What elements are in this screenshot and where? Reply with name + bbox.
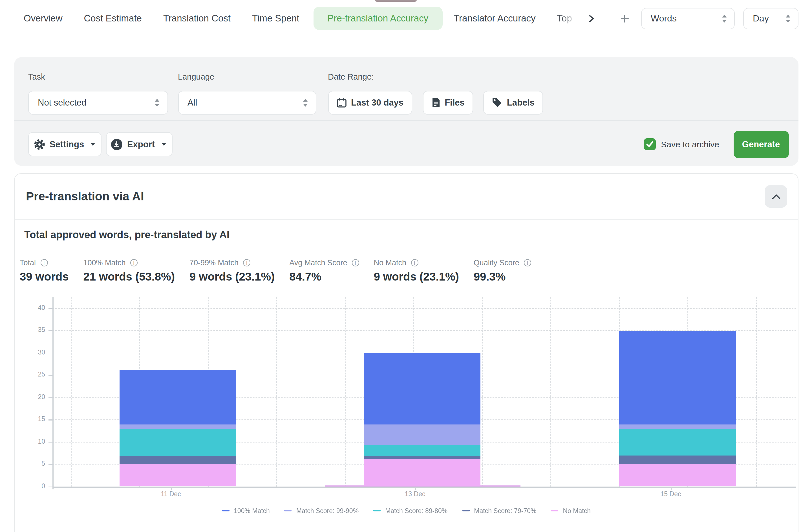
- v-gridline: [345, 297, 345, 486]
- task-select[interactable]: Not selected: [28, 90, 168, 115]
- language-label: Language: [178, 71, 316, 82]
- x-axis-tick: [415, 487, 416, 490]
- tab-overview[interactable]: Overview: [24, 13, 62, 24]
- y-axis-label: 15: [23, 416, 45, 422]
- filter-panel: Task Not selected Language All Date Rang…: [14, 57, 798, 166]
- date-range-button[interactable]: Last 30 days: [328, 90, 412, 115]
- filter-row-actions: Settings Export Save to archive Generate: [14, 121, 798, 166]
- y-axis-label: 5: [23, 460, 45, 467]
- analytics-dashboard: OverviewCost EstimateTranslation CostTim…: [0, 0, 812, 532]
- legend-item[interactable]: Match Score: 79-70%: [462, 507, 536, 514]
- y-axis-tick: [48, 419, 53, 420]
- sort-arrows-icon: [154, 98, 160, 107]
- tab-top[interactable]: Top: [557, 13, 577, 24]
- tab-time-spent[interactable]: Time Spent: [252, 13, 300, 24]
- x-axis-tick: [671, 487, 671, 490]
- stat-label: Totali: [20, 258, 69, 267]
- tab-label: Pre-translation Accuracy: [328, 13, 429, 24]
- stat-value: 84.7%: [289, 270, 359, 283]
- tab-cost-estimate[interactable]: Cost Estimate: [84, 13, 142, 24]
- files-button[interactable]: Files: [423, 90, 473, 115]
- stat-no-match: No Matchi9 words (23.1%): [374, 258, 459, 283]
- calendar-icon: [336, 98, 347, 108]
- panel-divider: [15, 219, 798, 220]
- info-icon[interactable]: i: [243, 259, 250, 266]
- stat-value: 99.3%: [474, 270, 531, 283]
- language-field: Language All: [178, 71, 316, 115]
- info-icon[interactable]: i: [352, 259, 359, 266]
- bar-segment: [363, 425, 480, 445]
- save-to-archive-checkbox[interactable]: [644, 138, 656, 150]
- stat-total: Totali39 words: [20, 258, 69, 283]
- info-icon[interactable]: i: [524, 259, 531, 266]
- add-tab-button[interactable]: [620, 14, 629, 23]
- legend-swatch: [462, 510, 469, 512]
- tabs-overflow-chevron-icon[interactable]: [588, 14, 595, 22]
- tab-label: Translation Cost: [163, 13, 231, 23]
- x-axis-label: 13 Dec: [390, 490, 440, 497]
- bar-segment: [363, 353, 480, 425]
- bar-15-dec[interactable]: [619, 331, 736, 486]
- y-axis-label: 20: [23, 393, 45, 400]
- task-field: Task Not selected: [28, 71, 168, 115]
- tab-label: Top: [557, 13, 572, 23]
- bar-segment: [619, 331, 736, 425]
- labels-label: Labels: [507, 98, 535, 108]
- v-gridline: [550, 297, 551, 486]
- task-select-value: Not selected: [38, 98, 86, 108]
- stat-value: 9 words (23.1%): [189, 270, 275, 283]
- bar-segment: [619, 425, 736, 429]
- bar-segment: [619, 464, 736, 486]
- stat-label: Quality Scorei: [474, 258, 531, 267]
- period-select[interactable]: Day: [743, 8, 798, 29]
- filter-row-fields: Task Not selected Language All Date Rang…: [14, 57, 798, 120]
- panel-title: Pre-translation via AI: [26, 190, 144, 203]
- bar-segment: [119, 464, 236, 486]
- unit-select-value: Words: [651, 13, 677, 24]
- y-axis-tick: [48, 464, 53, 465]
- legend-item[interactable]: 100% Match: [222, 507, 270, 514]
- info-icon[interactable]: i: [130, 259, 137, 266]
- info-icon[interactable]: i: [40, 259, 48, 266]
- save-to-archive-label[interactable]: Save to archive: [661, 139, 719, 149]
- export-button[interactable]: Export: [106, 132, 172, 156]
- settings-button[interactable]: Settings: [28, 132, 102, 156]
- pretranslation-panel: Pre-translation via AI Total approved wo…: [14, 173, 798, 532]
- files-label: Files: [445, 98, 465, 108]
- legend-item[interactable]: Match Score: 89-80%: [373, 507, 447, 514]
- stat-value: 9 words (23.1%): [374, 270, 459, 283]
- tabs-nav: OverviewCost EstimateTranslation CostTim…: [24, 7, 577, 30]
- y-axis-label: 40: [23, 304, 45, 311]
- bar-segment: [619, 429, 736, 456]
- date-range-buttons: Last 30 days Files Labels: [328, 90, 543, 115]
- top-selects: Words Day: [641, 8, 798, 29]
- tab-pre-translation-accuracy[interactable]: Pre-translation Accuracy: [314, 7, 443, 30]
- chevron-up-icon: [772, 194, 780, 199]
- bar-11-dec[interactable]: [119, 369, 236, 486]
- collapse-button[interactable]: [765, 185, 787, 208]
- generate-button[interactable]: Generate: [733, 131, 788, 158]
- stat-label: 100% Matchi: [83, 258, 175, 267]
- labels-button[interactable]: Labels: [483, 90, 543, 115]
- date-range-value: Last 30 days: [351, 98, 404, 108]
- legend-item[interactable]: No Match: [551, 507, 591, 514]
- language-select[interactable]: All: [178, 90, 316, 115]
- legend-swatch: [222, 510, 229, 512]
- bar-segment: [619, 456, 736, 464]
- info-icon[interactable]: i: [411, 259, 418, 266]
- y-axis-line: [53, 297, 53, 489]
- stats-row: Totali39 words100% Matchi21 words (53.8%…: [20, 258, 798, 283]
- chart-title: Total approved words, pre-translated by …: [24, 229, 798, 241]
- y-axis-label: 35: [23, 326, 45, 333]
- bar-13-dec[interactable]: [363, 353, 480, 486]
- tab-translator-accuracy[interactable]: Translator Accuracy: [454, 13, 535, 24]
- bar-segment: [363, 445, 480, 456]
- legend-item[interactable]: Match Score: 99-90%: [285, 507, 359, 514]
- v-gridline: [756, 297, 756, 486]
- y-axis-tick: [48, 308, 53, 309]
- chart-legend: 100% MatchMatch Score: 99-90%Match Score…: [15, 507, 798, 514]
- unit-select[interactable]: Words: [641, 8, 735, 29]
- tab-translation-cost[interactable]: Translation Cost: [163, 13, 231, 24]
- top-notch: [375, 0, 417, 2]
- stat-avg-match-score: Avg Match Scorei84.7%: [289, 258, 359, 283]
